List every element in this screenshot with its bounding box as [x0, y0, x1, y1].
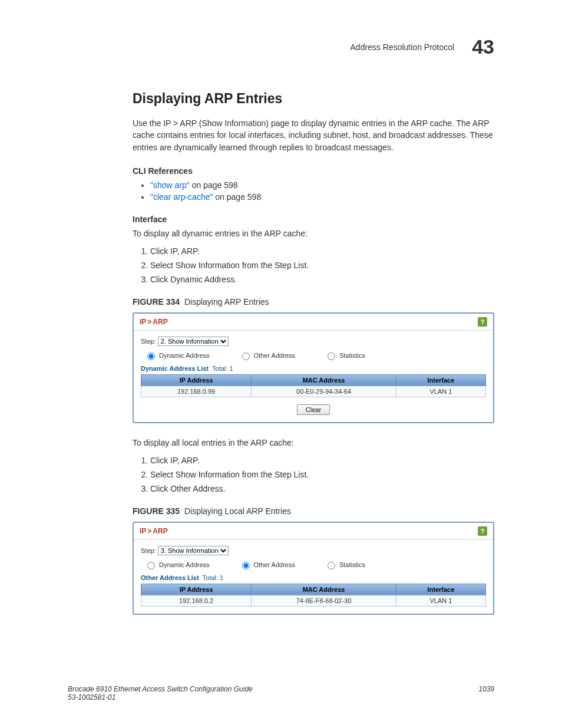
radio-dynamic[interactable]: Dynamic Address: [144, 351, 210, 360]
help-icon[interactable]: ?: [478, 317, 487, 327]
cli-heading: CLI References: [133, 166, 494, 176]
table-header-row: IP Address MAC Address Interface: [141, 584, 486, 595]
radio-other[interactable]: Other Address: [239, 560, 295, 569]
chapter-number: 43: [472, 35, 494, 58]
cli-rest: on page 598: [190, 180, 238, 190]
radio-statistics[interactable]: Statistics: [325, 560, 365, 569]
header-title: Address Resolution Protocol: [351, 42, 455, 52]
step: Click Other Address.: [150, 484, 494, 493]
table-row: 192.168.0.2 74-8E-F8-68-02-30 VLAN 1: [141, 595, 486, 606]
cli-link[interactable]: "clear arp-cache": [150, 192, 213, 202]
page-header: Address Resolution Protocol 43: [133, 35, 494, 58]
step-selector-row: Step: 3. Show Information: [141, 546, 486, 555]
figure-number: FIGURE 334: [133, 297, 180, 307]
table-header-row: IP Address MAC Address Interface: [141, 374, 486, 386]
radio-other[interactable]: Other Address: [239, 351, 295, 360]
step-label: Step:: [141, 547, 156, 554]
breadcrumb: IP>ARP: [140, 318, 168, 326]
arp-panel-dynamic: IP>ARP ? Step: 2. Show Information Dynam…: [133, 312, 494, 423]
interface-lead: To display all local entries in the ARP …: [133, 438, 494, 447]
footer-doc-number: 53-1002581-01: [68, 693, 253, 701]
breadcrumb: IP>ARP: [140, 527, 168, 535]
col-interface: Interface: [396, 374, 485, 386]
radio-row: Dynamic Address Other Address Statistics: [144, 560, 486, 569]
step: Click IP, ARP.: [150, 456, 494, 465]
col-ip: IP Address: [141, 584, 252, 595]
cli-link[interactable]: "show arp": [150, 180, 190, 190]
section-title: Displaying ARP Entries: [133, 91, 494, 107]
step-label: Step:: [141, 338, 156, 345]
step: Select Show Information from the Step Li…: [150, 470, 494, 479]
list-title: Dynamic Address List: [141, 365, 209, 372]
col-mac: MAC Address: [252, 374, 396, 386]
cli-rest: on page 598: [213, 192, 261, 202]
figure-caption: FIGURE 335 Displaying Local ARP Entries: [133, 506, 494, 516]
cli-reference-list: "show arp" on page 598 "clear arp-cache"…: [133, 180, 494, 202]
list-title: Other Address List: [141, 574, 199, 581]
step: Click Dynamic Address.: [150, 275, 494, 284]
steps-list: Click IP, ARP. Select Show Information f…: [133, 456, 494, 493]
table-row: 192.168.0.99 00-E0-29-94-34-64 VLAN 1: [141, 386, 486, 397]
radio-dynamic[interactable]: Dynamic Address: [144, 560, 210, 569]
interface-heading: Interface: [133, 215, 494, 224]
step: Select Show Information from the Step Li…: [150, 261, 494, 270]
step: Click IP, ARP.: [150, 246, 494, 256]
steps-list: Click IP, ARP. Select Show Information f…: [133, 246, 494, 284]
list-total: Total: 1: [201, 574, 223, 581]
cli-item: "show arp" on page 598: [150, 180, 494, 190]
step-selector-row: Step: 2. Show Information: [141, 337, 486, 346]
figure-title: Displaying Local ARP Entries: [184, 506, 291, 516]
clear-button[interactable]: Clear: [297, 404, 330, 415]
data-table: IP Address MAC Address Interface 192.168…: [141, 584, 486, 607]
interface-lead: To display all dynamic entries in the AR…: [133, 229, 494, 238]
footer-guide-title: Brocade 6910 Ethernet Access Switch Conf…: [68, 685, 253, 693]
col-ip: IP Address: [141, 374, 252, 386]
figure-title: Displaying ARP Entries: [184, 297, 269, 307]
page-footer: Brocade 6910 Ethernet Access Switch Conf…: [68, 685, 494, 701]
arp-panel-other: IP>ARP ? Step: 3. Show Information Dynam…: [133, 522, 494, 615]
radio-row: Dynamic Address Other Address Statistics: [144, 351, 486, 360]
footer-page-number: 1039: [478, 685, 494, 701]
figure-caption: FIGURE 334 Displaying ARP Entries: [133, 297, 494, 307]
data-table: IP Address MAC Address Interface 192.168…: [141, 374, 486, 397]
list-total: Total: 1: [210, 365, 233, 372]
cli-item: "clear arp-cache" on page 598: [150, 192, 494, 202]
step-select[interactable]: 2. Show Information: [158, 337, 229, 346]
col-interface: Interface: [396, 584, 485, 595]
col-mac: MAC Address: [252, 584, 396, 595]
figure-number: FIGURE 335: [133, 506, 180, 516]
section-intro: Use the IP > ARP (Show Information) page…: [133, 117, 494, 153]
radio-statistics[interactable]: Statistics: [325, 351, 365, 360]
help-icon[interactable]: ?: [478, 526, 487, 536]
step-select[interactable]: 3. Show Information: [158, 546, 229, 555]
